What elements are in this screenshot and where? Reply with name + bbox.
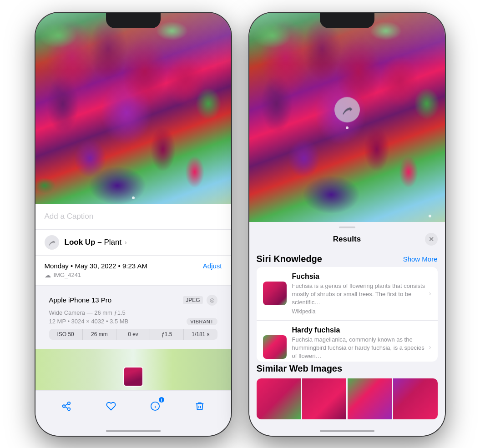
siri-icon	[45, 235, 59, 250]
leaf-icon	[48, 238, 56, 247]
web-image-2[interactable]	[302, 378, 346, 419]
camera-info: Wide Camera — 26 mm ƒ1.5	[49, 309, 217, 316]
info-icon	[150, 401, 160, 411]
leaf-vi-icon	[341, 103, 354, 116]
exif-aperture: ƒ1.5	[150, 329, 184, 340]
exif-iso: ISO 50	[49, 329, 83, 340]
page-dot-right	[429, 215, 431, 217]
delete-button[interactable]	[192, 398, 208, 414]
notch-right	[320, 13, 374, 28]
map-section[interactable]	[35, 349, 231, 390]
share-button[interactable]	[58, 398, 75, 414]
caption-area[interactable]: Add a Caption	[35, 204, 231, 230]
web-images-section: Similar Web Images	[249, 363, 445, 427]
flower-photo[interactable]	[35, 13, 231, 204]
lookup-arrow: ›	[125, 239, 127, 246]
jpeg-badge: JPEG	[183, 296, 202, 304]
mp-info: 12 MP • 3024 × 4032 • 3.5 MB	[49, 318, 129, 325]
close-button[interactable]: ✕	[425, 233, 438, 246]
hardy-name: Hardy fuchsia	[292, 326, 425, 334]
results-header: Results ✕	[249, 231, 445, 250]
hardy-desc: Fuchsia magellanica, commonly known as t…	[292, 336, 425, 361]
exif-ev: 0 ev	[116, 329, 150, 340]
home-bar	[106, 430, 161, 432]
bottom-toolbar: i	[35, 390, 231, 427]
web-image-3[interactable]	[348, 378, 392, 419]
knowledge-item-fuchsia[interactable]: Fuchsia Fuchsia is a genus of flowering …	[257, 267, 438, 321]
share-icon	[61, 401, 71, 411]
web-image-4[interactable]	[393, 378, 437, 419]
filename: IMG_4241	[54, 272, 81, 278]
web-images-title: Similar Web Images	[257, 363, 438, 374]
info-button[interactable]: i	[147, 398, 163, 414]
flower-photo-right[interactable]	[249, 13, 445, 222]
fuchsia-content: Fuchsia Fuchsia is a genus of flowering …	[292, 272, 425, 315]
cloud-icon: ☁	[45, 272, 51, 279]
page-dot	[132, 196, 135, 199]
vibrant-badge: VIBRANT	[187, 318, 217, 325]
adjust-button[interactable]: Adjust	[203, 262, 222, 270]
hardy-chevron: ›	[429, 343, 431, 351]
right-phone: Results ✕ Siri Knowledge Show More Fuchs…	[249, 13, 445, 436]
visual-intelligence-button[interactable]	[334, 97, 360, 122]
device-section: Apple iPhone 13 Pro JPEG ◎ Wide Camera —…	[43, 289, 224, 345]
fuchsia-thumbnail	[263, 282, 287, 305]
heart-button[interactable]	[103, 398, 119, 414]
hardy-thumbnail	[263, 335, 287, 359]
lookup-row[interactable]: Look Up – Plant ›	[35, 230, 231, 256]
caption-placeholder[interactable]: Add a Caption	[45, 212, 94, 221]
trash-icon	[195, 401, 205, 411]
notch	[106, 13, 161, 28]
fuchsia-name: Fuchsia	[292, 272, 425, 281]
photo-info-section: Monday • May 30, 2022 • 9:23 AM Adjust ☁…	[35, 256, 231, 286]
lookup-label: Look Up – Plant ›	[65, 238, 127, 247]
home-indicator-right	[249, 427, 445, 436]
show-more-button[interactable]: Show More	[403, 255, 438, 263]
results-title: Results	[269, 235, 425, 244]
exif-row: ISO 50 26 mm 0 ev ƒ1.5 1/181 s	[49, 329, 217, 340]
map-thumbnail	[123, 367, 143, 387]
heart-icon	[106, 401, 116, 411]
siri-knowledge-header: Siri Knowledge Show More	[249, 250, 445, 267]
fuchsia-source: Wikipedia	[292, 308, 425, 315]
left-screen: Add a Caption Look Up – Plant › Monday •…	[35, 13, 231, 436]
location-icon: ◎	[207, 295, 217, 306]
drag-handle[interactable]	[339, 227, 355, 228]
right-screen: Results ✕ Siri Knowledge Show More Fuchs…	[249, 13, 445, 436]
date-text: Monday • May 30, 2022 • 9:23 AM	[45, 262, 147, 270]
web-image-1[interactable]	[257, 378, 301, 419]
siri-knowledge-title: Siri Knowledge	[257, 254, 322, 264]
exif-shutter: 1/181 s	[184, 329, 217, 340]
knowledge-item-hardy[interactable]: Hardy fuchsia Fuchsia magellanica, commo…	[257, 321, 438, 362]
specs-row: 12 MP • 3024 × 4032 • 3.5 MB VIBRANT	[49, 318, 217, 325]
web-images-grid	[257, 378, 438, 419]
results-panel: Results ✕ Siri Knowledge Show More Fuchs…	[249, 222, 445, 427]
hardy-content: Hardy fuchsia Fuchsia magellanica, commo…	[292, 326, 425, 362]
info-badge-dot: i	[158, 396, 165, 403]
left-phone: Add a Caption Look Up – Plant › Monday •…	[35, 13, 231, 436]
fuchsia-desc: Fuchsia is a genus of flowering plants t…	[292, 282, 425, 307]
knowledge-card: Fuchsia Fuchsia is a genus of flowering …	[257, 267, 438, 362]
home-bar-right	[320, 430, 374, 432]
home-indicator	[35, 427, 231, 436]
device-name: Apple iPhone 13 Pro	[49, 296, 112, 304]
fuchsia-chevron: ›	[429, 290, 431, 297]
badges: JPEG ◎	[183, 295, 217, 306]
exif-focal: 26 mm	[83, 329, 116, 340]
vi-dot	[346, 126, 349, 129]
